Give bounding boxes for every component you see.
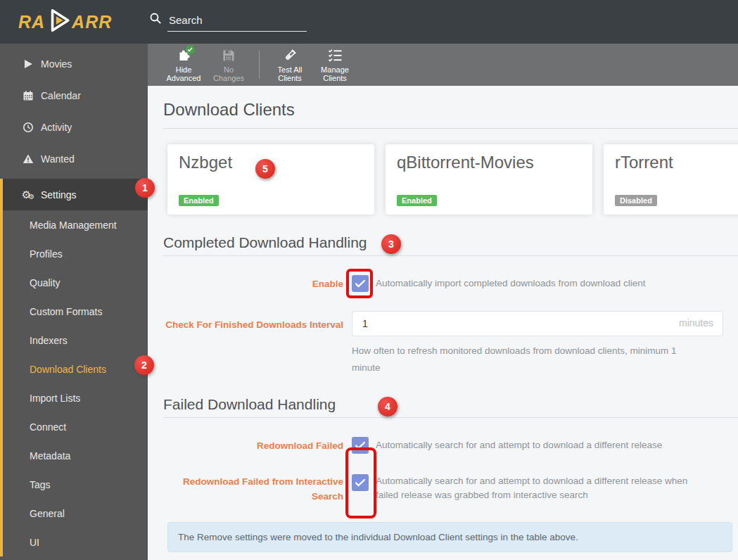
annotation-circle-3: 3 bbox=[381, 234, 401, 254]
sidebar-subitem-ui[interactable]: UI bbox=[3, 528, 148, 556]
redownload-failed-help-text: Automatically search for and attempt to … bbox=[376, 438, 662, 452]
client-card-rtorrent[interactable]: rTorrent Disabled bbox=[604, 144, 738, 215]
sidebar-subitem-tags[interactable]: Tags bbox=[3, 470, 148, 499]
save-icon bbox=[222, 48, 236, 63]
client-card-nzbget[interactable]: Nzbget Enabled bbox=[167, 144, 374, 215]
annotation-circle-2: 2 bbox=[134, 355, 154, 375]
sidebar: Movies Calendar Activity Wanted ⚙⚙ Setti… bbox=[0, 44, 148, 560]
enable-help-text: Automatically import completed downloads… bbox=[376, 276, 645, 291]
sidebar-subitem-import-lists[interactable]: Import Lists bbox=[3, 383, 148, 412]
top-bar: RA ARR bbox=[0, 0, 738, 44]
redownload-failed-row: Redownload Failed Automatically search f… bbox=[163, 437, 738, 454]
info-banner: The Remove settings were moved to the in… bbox=[167, 522, 732, 552]
test-tube-icon bbox=[283, 48, 297, 63]
failed-rows: Redownload Failed Automatically search f… bbox=[163, 437, 738, 504]
gears-icon: ⚙⚙ bbox=[20, 189, 37, 201]
page-title: Download Clients bbox=[163, 100, 738, 120]
sidebar-subitem-indexers[interactable]: Indexers bbox=[3, 326, 148, 355]
test-all-clients-button[interactable]: Test All Clients bbox=[269, 48, 310, 82]
enable-control: Automatically import completed downloads… bbox=[352, 275, 645, 292]
sidebar-item-label: Movies bbox=[41, 58, 72, 70]
search-icon bbox=[149, 12, 162, 27]
sidebar-item-settings[interactable]: ⚙⚙ Settings bbox=[3, 179, 148, 210]
enable-label: Enable bbox=[163, 276, 343, 291]
clock-icon bbox=[20, 122, 37, 133]
sidebar-subitem-profiles[interactable]: Profiles bbox=[3, 239, 148, 268]
enable-row: Enable Automatically import completed do… bbox=[163, 275, 738, 292]
redownload-interactive-row: Redownload Failed from Interactive Searc… bbox=[163, 474, 738, 504]
sidebar-subitem-quality[interactable]: Quality bbox=[3, 268, 148, 297]
settings-group: ⚙⚙ Settings Media Management Profiles Qu… bbox=[0, 179, 148, 556]
sidebar-subitem-media-management[interactable]: Media Management bbox=[3, 210, 148, 239]
interval-label: Check For Finished Downloads Interval bbox=[163, 311, 343, 332]
sidebar-item-calendar[interactable]: Calendar bbox=[0, 79, 148, 111]
search-input[interactable] bbox=[167, 13, 307, 32]
calendar-icon bbox=[20, 90, 37, 101]
green-check-icon bbox=[186, 45, 195, 54]
play-logo-icon bbox=[46, 8, 71, 36]
sidebar-item-label: Calendar bbox=[41, 90, 81, 101]
logo-text-left: RA bbox=[18, 12, 45, 32]
sidebar-subitem-download-clients[interactable]: Download Clients bbox=[3, 355, 148, 383]
page-header: Download Clients bbox=[163, 86, 738, 129]
status-badge: Enabled bbox=[179, 195, 219, 206]
page-toolbar: Hide Advanced No Changes Test All Client… bbox=[148, 44, 738, 86]
redownload-interactive-label: Redownload Failed from Interactive Searc… bbox=[163, 474, 343, 504]
warning-icon bbox=[20, 153, 37, 165]
sidebar-subitem-connect[interactable]: Connect bbox=[3, 412, 148, 441]
toolbar-button-label: Test All Clients bbox=[269, 65, 310, 82]
no-changes-button[interactable]: No Changes bbox=[208, 48, 249, 82]
sidebar-subitem-general[interactable]: General bbox=[3, 499, 148, 528]
annotation-circle-5: 5 bbox=[255, 159, 275, 179]
redownload-failed-checkbox[interactable] bbox=[352, 437, 369, 454]
client-card-qbittorrent-movies[interactable]: qBittorrent-Movies Enabled bbox=[386, 144, 592, 215]
interval-control: minutes How often to refresh monitored d… bbox=[352, 311, 723, 376]
global-search bbox=[149, 12, 307, 32]
enable-checkbox[interactable] bbox=[352, 275, 369, 292]
settings-content: Download Clients Nzbget Enabled qBittorr… bbox=[148, 86, 738, 560]
interval-input[interactable] bbox=[352, 311, 723, 336]
failed-download-handling-header: Failed Download Handling bbox=[163, 396, 738, 418]
redownload-failed-control: Automatically search for and attempt to … bbox=[352, 437, 662, 454]
sidebar-subitem-metadata[interactable]: Metadata bbox=[3, 441, 148, 470]
toolbar-separator bbox=[259, 51, 260, 79]
toolbar-button-label: Manage Clients bbox=[314, 65, 355, 82]
annotation-circle-1: 1 bbox=[135, 178, 155, 198]
radarr-logo[interactable]: RA ARR bbox=[18, 8, 129, 36]
client-name: qBittorrent-Movies bbox=[397, 153, 581, 172]
status-badge: Disabled bbox=[615, 195, 657, 206]
completed-download-handling-header: Completed Download Handling bbox=[163, 234, 738, 256]
sidebar-item-activity[interactable]: Activity bbox=[0, 111, 148, 143]
sidebar-item-label: Settings bbox=[41, 189, 77, 201]
sidebar-subitem-custom-formats[interactable]: Custom Formats bbox=[3, 297, 148, 326]
manage-clients-button[interactable]: Manage Clients bbox=[314, 48, 355, 82]
hide-advanced-button[interactable]: Hide Advanced bbox=[163, 48, 204, 82]
logo-text-right: ARR bbox=[72, 12, 112, 32]
interval-help-text: How often to refresh monitored downloads… bbox=[352, 343, 698, 376]
annotation-circle-4: 4 bbox=[378, 397, 397, 416]
sidebar-item-wanted[interactable]: Wanted bbox=[0, 143, 148, 174]
radarr-app: RA ARR Movies Calendar bbox=[0, 0, 738, 560]
redownload-interactive-help-text: Automatically search for and attempt to … bbox=[376, 474, 704, 502]
play-icon bbox=[20, 59, 37, 69]
puzzle-check-icon bbox=[177, 48, 191, 63]
toolbar-button-label: Hide Advanced bbox=[163, 65, 204, 82]
redownload-interactive-control: Automatically search for and attempt to … bbox=[352, 474, 704, 502]
toolbar-button-label: No Changes bbox=[208, 65, 249, 82]
sidebar-item-label: Wanted bbox=[41, 153, 75, 165]
redownload-interactive-checkbox[interactable] bbox=[352, 474, 369, 491]
redownload-failed-label: Redownload Failed bbox=[163, 438, 343, 453]
sidebar-item-movies[interactable]: Movies bbox=[0, 48, 148, 79]
client-name: rTorrent bbox=[615, 153, 738, 172]
sidebar-item-label: Activity bbox=[41, 122, 72, 133]
task-list-icon bbox=[328, 48, 342, 63]
interval-unit: minutes bbox=[679, 317, 713, 329]
interval-row: Check For Finished Downloads Interval mi… bbox=[163, 311, 738, 376]
download-client-cards: Nzbget Enabled qBittorrent-Movies Enable… bbox=[167, 144, 738, 215]
status-badge: Enabled bbox=[397, 195, 437, 206]
